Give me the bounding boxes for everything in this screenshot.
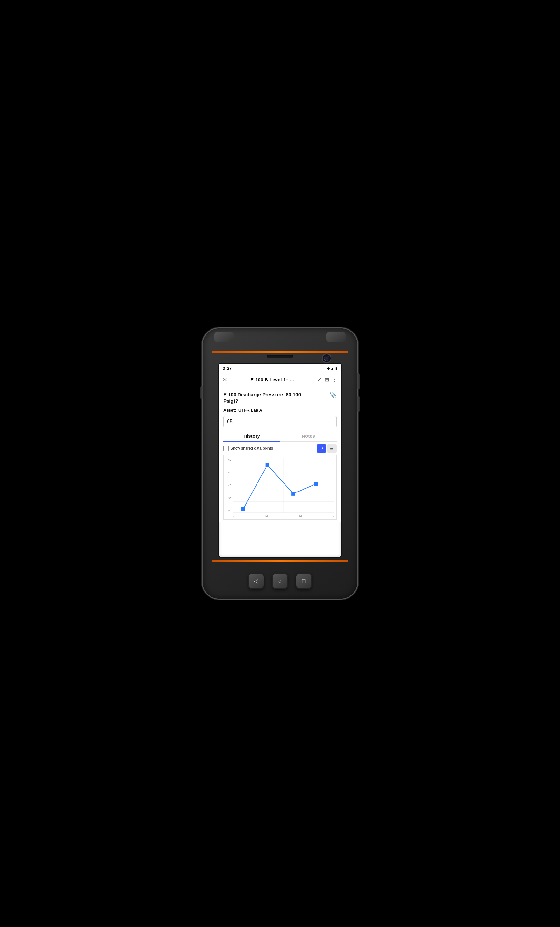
chart-point-4 (314, 482, 318, 486)
status-icons: ⊙ ▲ ▮ (327, 366, 337, 370)
home-button[interactable]: ○ (272, 573, 288, 589)
nav-buttons: ◁ ○ □ (248, 573, 312, 589)
chart-tick-2: ☑ (299, 514, 302, 518)
recent-icon: □ (302, 578, 306, 585)
chart-point-1 (241, 507, 245, 511)
y-label-60: 60 (228, 458, 233, 461)
side-button-right-top (357, 373, 360, 389)
chart-area: 60 50 40 30 20 (223, 455, 337, 520)
app-header: ✕ E-100 B Level 1– ... ✓ ⊟ ⋮ (219, 373, 341, 387)
shared-data-label: Show shared data points (231, 446, 273, 451)
header-title: E-100 B Level 1– ... (229, 377, 315, 382)
question-title: E-100 Discharge Pressure (80-100 Psig)? (223, 391, 317, 404)
speaker (267, 355, 293, 358)
tab-history[interactable]: History (223, 431, 280, 441)
chart-arrow-right[interactable]: › (333, 514, 334, 518)
camera (322, 353, 331, 363)
device-wrapper: 2:37 ⊙ ▲ ▮ ✕ E-100 B Level 1– ... ✓ ⊟ ⋮ … (196, 325, 364, 602)
menu-button[interactable]: ⋮ (331, 376, 338, 383)
y-label-30: 30 (228, 497, 233, 500)
shared-data-checkbox-label[interactable]: Show shared data points (223, 446, 273, 451)
tab-notes[interactable]: Notes (280, 431, 337, 441)
y-axis-labels: 60 50 40 30 20 (224, 458, 233, 513)
chart-tick-1: ☑ (265, 514, 268, 518)
y-label-40: 40 (228, 484, 233, 487)
wifi-icon: ▲ (331, 366, 334, 370)
screen: 2:37 ⊙ ▲ ▮ ✕ E-100 B Level 1– ... ✓ ⊟ ⋮ … (219, 364, 341, 557)
status-bar: 2:37 ⊙ ▲ ▮ (219, 364, 341, 373)
check-button[interactable]: ✓ (317, 376, 322, 383)
chart-line (243, 465, 316, 509)
asset-label: Asset: UTFR Lab A (223, 408, 337, 413)
chart-svg (233, 458, 334, 513)
content-area: E-100 Discharge Pressure (80-100 Psig)? … (219, 387, 341, 522)
list-icon: ☰ (330, 446, 334, 451)
expand-button[interactable]: ⊟ (324, 376, 329, 383)
attachment-icon[interactable]: 📎 (329, 391, 337, 398)
top-bumper-left (214, 332, 234, 342)
back-button[interactable]: ◁ (248, 573, 264, 589)
side-button-right-bottom (357, 396, 360, 412)
battery-icon: ▮ (335, 366, 337, 370)
device-body: 2:37 ⊙ ▲ ▮ ✕ E-100 B Level 1– ... ✓ ⊟ ⋮ … (203, 328, 357, 599)
chart-point-3 (291, 491, 295, 496)
chart-view-button[interactable]: ↗ (317, 444, 326, 453)
value-input[interactable] (223, 416, 337, 427)
chart-arrow-left[interactable]: ‹ (233, 514, 234, 518)
chart-point-2 (266, 463, 269, 467)
side-button-left (200, 386, 203, 399)
bottom-arrows: ‹ ☑ ☑ › (233, 514, 334, 518)
view-buttons: ↗ ☰ (317, 444, 337, 453)
y-label-20: 20 (228, 509, 233, 513)
shared-data-checkbox[interactable] (223, 446, 229, 451)
trend-icon: ↗ (320, 446, 323, 451)
back-icon: ◁ (254, 577, 258, 585)
tabs-container: History Notes (223, 431, 337, 442)
filter-bar: Show shared data points ↗ ☰ (223, 442, 337, 454)
recent-button[interactable]: □ (296, 573, 312, 589)
top-bumper-right (326, 332, 346, 342)
close-button[interactable]: ✕ (222, 376, 228, 383)
list-view-button[interactable]: ☰ (327, 444, 337, 453)
question-title-row: E-100 Discharge Pressure (80-100 Psig)? … (223, 391, 337, 406)
y-label-50: 50 (228, 471, 233, 474)
status-time: 2:37 (223, 366, 232, 371)
location-icon: ⊙ (327, 366, 329, 370)
home-icon: ○ (278, 578, 282, 585)
